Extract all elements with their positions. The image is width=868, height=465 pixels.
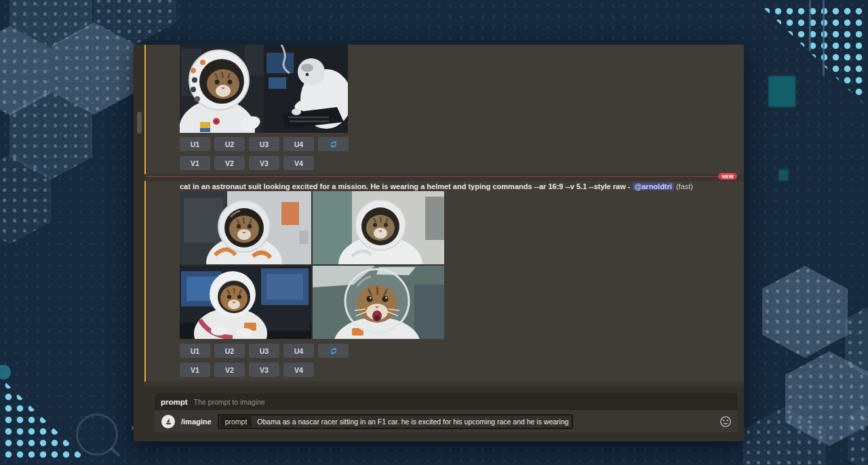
variation-v4-button[interactable]: V4 — [283, 156, 314, 170]
upscale-button-row: U1 U2 U3 U4 — [180, 137, 349, 151]
prompt-text: cat in an astronaut suit looking excited… — [180, 182, 626, 190]
variation-v3-button[interactable]: V3 — [249, 363, 279, 377]
variation-button-row: V1 V2 V3 V4 — [180, 363, 314, 377]
new-badge: NEW — [718, 173, 737, 180]
variation-v3-button[interactable]: V3 — [249, 156, 279, 170]
upscale-u3-button[interactable]: U3 — [249, 344, 279, 358]
message-input-row: /imagine prompt Obama as a nascar racer … — [155, 410, 737, 432]
new-messages-divider: NEW — [146, 176, 737, 177]
option-name: prompt — [161, 398, 188, 406]
upscale-u2-button[interactable]: U2 — [214, 344, 245, 358]
chat-area: U1 U2 U3 U4 V1 V2 V3 V4 — [144, 45, 744, 386]
separator-text: - — [626, 182, 633, 190]
generated-image-grid-current[interactable] — [180, 191, 444, 339]
variation-v1-button[interactable]: V1 — [180, 156, 210, 170]
prompt-option-chip: prompt — [220, 416, 252, 427]
generated-image-grid-previous[interactable] — [180, 45, 348, 133]
upscale-u3-button[interactable]: U3 — [249, 137, 279, 151]
user-mention[interactable]: @arnoldtri — [633, 182, 674, 190]
variation-v2-button[interactable]: V2 — [214, 363, 245, 377]
magnifier-outline-decoration — [76, 413, 118, 456]
teal-square-decoration — [778, 169, 789, 181]
mode-tag: (fast) — [674, 182, 693, 190]
slash-command-label: /imagine — [181, 418, 212, 426]
variation-v1-button[interactable]: V1 — [180, 363, 210, 377]
reroll-icon — [329, 346, 338, 356]
composer-zone: prompt The prompt to imagine /imagine pr… — [144, 386, 744, 441]
circuit-line — [823, 0, 825, 76]
upscale-u1-button[interactable]: U1 — [180, 137, 210, 151]
rail-scrollbar-thumb[interactable] — [137, 112, 142, 134]
emoji-picker-icon[interactable] — [719, 416, 732, 428]
discord-window: U1 U2 U3 U4 V1 V2 V3 V4 — [134, 45, 744, 441]
message-current: cat in an astronaut suit looking excited… — [144, 181, 744, 382]
upscale-u4-button[interactable]: U4 — [283, 137, 314, 151]
prompt-message-text: cat in an astronaut suit looking excited… — [180, 182, 736, 191]
option-description: The prompt to imagine — [194, 398, 265, 406]
midjourney-bot-avatar[interactable] — [161, 415, 175, 428]
variation-v2-button[interactable]: V2 — [214, 156, 245, 170]
upscale-u2-button[interactable]: U2 — [214, 137, 245, 151]
sailboat-icon — [164, 417, 173, 426]
variation-button-row: V1 V2 V3 V4 — [180, 156, 314, 170]
left-rail — [134, 45, 144, 441]
upscale-button-row: U1 U2 U3 U4 — [180, 344, 349, 358]
reroll-button[interactable] — [318, 137, 349, 151]
upscale-u1-button[interactable]: U1 — [180, 344, 210, 358]
variation-v4-button[interactable]: V4 — [283, 363, 314, 377]
reroll-button[interactable] — [318, 344, 349, 358]
message-previous: U1 U2 U3 U4 V1 V2 V3 V4 — [144, 45, 744, 174]
reroll-icon — [329, 140, 338, 149]
upscale-u4-button[interactable]: U4 — [283, 344, 314, 358]
prompt-input[interactable]: prompt Obama as a nascar racer sitting i… — [218, 414, 573, 429]
teal-square-decoration — [768, 76, 795, 107]
circuit-line — [809, 0, 811, 52]
slash-option-popup[interactable]: prompt The prompt to imagine — [155, 393, 737, 410]
prompt-input-value: Obama as a nascar racer sitting in an F1… — [257, 418, 568, 426]
